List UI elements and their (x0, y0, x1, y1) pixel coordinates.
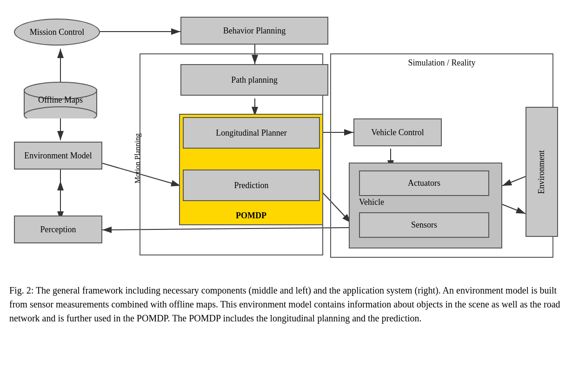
pomdp-label: POMDP (236, 211, 266, 221)
actuators-node: Actuators (359, 170, 489, 196)
figure-caption: Fig. 2: The general framework including … (9, 283, 563, 325)
longitudinal-planner-node: Longitudinal Planner (183, 117, 320, 149)
path-planning-node: Path planning (180, 64, 328, 96)
offline-maps-node: Offline Maps (23, 81, 98, 118)
environment-model-node: Environment Model (14, 142, 102, 170)
mission-control-node: Mission Control (14, 19, 100, 46)
diagram: Mission Control Behavior Planning Offlin… (9, 9, 563, 274)
simulation-reality-label: Simulation / Reality (408, 58, 476, 68)
behavior-planning-node: Behavior Planning (180, 17, 328, 45)
vehicle-control-node: Vehicle Control (353, 118, 442, 146)
motion-planning-label: Motion Planning (133, 133, 142, 183)
environment-node: Environment (525, 107, 558, 237)
vehicle-label-text: Vehicle (359, 197, 384, 207)
vehicle-block: Actuators Vehicle Sensors (349, 163, 502, 248)
perception-node: Perception (14, 216, 102, 243)
sensors-node: Sensors (359, 212, 489, 238)
prediction-node: Prediction (183, 170, 320, 201)
